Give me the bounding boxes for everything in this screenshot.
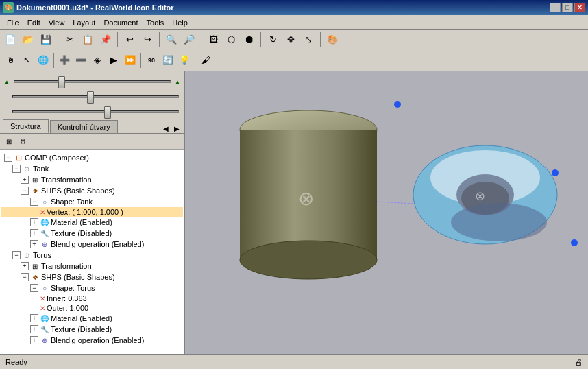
tab-prev-button[interactable]: ◀ [161, 124, 171, 133]
torus-texture-expand[interactable]: + [30, 325, 38, 333]
tb2-add[interactable]: ➕ [57, 53, 72, 68]
tree-comp[interactable]: − ⊞ COMP (Composer) [1, 152, 183, 163]
torus-shape-expand[interactable]: − [30, 284, 38, 292]
tree-tank-vertex[interactable]: ✕ Vertex: ( 1.000, 1.000 ) [1, 207, 183, 217]
tb2-globe[interactable]: 🌐 [36, 53, 51, 68]
sep-5 [260, 32, 261, 47]
tb-paste[interactable]: 📌 [98, 32, 113, 47]
slider-1-right-arrow[interactable]: ▲ [173, 78, 182, 86]
tb2-paint[interactable]: 🖌 [198, 53, 213, 68]
tank-transform-expand[interactable]: + [21, 176, 29, 184]
tank-shape-expand[interactable]: − [30, 198, 38, 206]
minimize-button[interactable]: – [550, 3, 561, 12]
menu-file[interactable]: File [3, 17, 23, 28]
slider-1-left-arrow[interactable]: ▲ [3, 78, 11, 86]
tree-torus-shape[interactable]: − ○ Shape: Torus [1, 283, 183, 294]
tb-zoom-out[interactable]: 🔎 [182, 32, 197, 47]
tree-tank-material[interactable]: + 🌐 Material (Enabled) [1, 217, 183, 228]
tab-kontrolni[interactable]: Kontrolní útvary [50, 120, 118, 133]
tree-tank[interactable]: − ⊙ Tank [1, 163, 183, 174]
slider-thumb-1[interactable] [58, 76, 65, 88]
torus-transform-label: Transformation [41, 262, 92, 270]
tree-tb-settings[interactable]: ⚙ [16, 135, 29, 147]
menu-bar: File Edit View Layout Document Tools Hel… [0, 15, 588, 30]
tb-save[interactable]: 💾 [38, 32, 53, 47]
comp-expand[interactable]: − [4, 154, 12, 162]
tab-next-button[interactable]: ▶ [172, 124, 182, 133]
tb-copy[interactable]: 📋 [80, 32, 95, 47]
tree-torus-inner[interactable]: ✕ Inner: 0.363 [1, 294, 183, 303]
tree-tb-add[interactable]: ⊞ [3, 135, 15, 147]
tank-texture-expand[interactable]: + [30, 229, 38, 237]
tree-tank-shape[interactable]: − ○ Shape: Tank [1, 196, 183, 207]
tb2-shapes[interactable]: ◈ [90, 53, 105, 68]
torus-transform-expand[interactable]: + [21, 262, 29, 270]
torus-shps-icon: ❖ [30, 272, 40, 282]
torus-material-expand[interactable]: + [30, 314, 38, 322]
menu-help[interactable]: Help [168, 17, 192, 28]
tree-area[interactable]: − ⊞ COMP (Composer) − ⊙ Tank + ⊞ Transfo… [0, 150, 184, 354]
tank-material-expand[interactable]: + [30, 218, 38, 226]
tb-cut[interactable]: ✂ [62, 32, 77, 47]
tb-move[interactable]: ✥ [283, 32, 298, 47]
tree-tank-texture[interactable]: + 🔧 Texture (Disabled) [1, 228, 183, 239]
tb2-remove[interactable]: ➖ [73, 53, 88, 68]
menu-edit[interactable]: Edit [23, 17, 45, 28]
torus-icon: ⊙ [22, 250, 32, 260]
tb2-light[interactable]: 💡 [177, 53, 192, 68]
tb-wire[interactable]: ⬡ [223, 32, 238, 47]
torus-blend-expand[interactable]: + [30, 336, 38, 344]
app-icon: 🎨 [3, 2, 14, 13]
slider-thumb-3[interactable] [104, 106, 111, 119]
tb2-90[interactable]: 90 [144, 53, 159, 68]
tank-shps-expand[interactable]: − [21, 187, 29, 195]
tb2-anim2[interactable]: ⏩ [123, 53, 138, 68]
torus-shps-expand[interactable]: − [21, 273, 29, 281]
tree-torus-material[interactable]: + 🌐 Material (Enabled) [1, 313, 183, 324]
tree-tank-blend[interactable]: + ⊕ Blendig operation (Enabled) [1, 239, 183, 250]
menu-layout[interactable]: Layout [69, 17, 99, 28]
menu-document[interactable]: Document [99, 17, 142, 28]
tank-blend-expand[interactable]: + [30, 240, 38, 248]
close-button[interactable]: ✕ [574, 3, 585, 12]
tb2-spin[interactable]: 🔄 [160, 53, 175, 68]
tb-rotate[interactable]: ↻ [265, 32, 280, 47]
slider-track-3[interactable] [12, 110, 179, 113]
vertex-cross-icon: ✕ [40, 209, 45, 216]
tank-texture-label: Texture (Disabled) [51, 229, 112, 237]
slider-track-2[interactable] [12, 95, 179, 98]
tb2-select[interactable]: 🖱 [3, 53, 18, 68]
tb-open[interactable]: 📂 [21, 32, 36, 47]
status-bar: Ready 🖨 [0, 354, 588, 369]
tb2-anim[interactable]: ▶ [106, 53, 121, 68]
torus-expand[interactable]: − [12, 251, 21, 259]
menu-view[interactable]: View [45, 17, 69, 28]
tb-zoom-in[interactable]: 🔍 [164, 32, 179, 47]
tree-torus[interactable]: − ⊙ Torus [1, 250, 183, 261]
tree-tank-shps[interactable]: − ❖ SHPS (Basic Shapes) [1, 185, 183, 196]
tb-undo[interactable]: ↩ [122, 32, 137, 47]
toolbar-2: 🖱 ↖ 🌐 ➕ ➖ ◈ ▶ ⏩ 90 🔄 💡 🖌 [0, 49, 588, 71]
tb-scale[interactable]: ⤡ [301, 32, 316, 47]
inner-cross-icon: ✕ [40, 295, 45, 302]
tab-struktura[interactable]: Struktura [3, 119, 49, 133]
slider-thumb-2[interactable] [87, 91, 94, 104]
canvas-area[interactable]: ⊗ [185, 71, 588, 354]
tree-torus-transformation[interactable]: + ⊞ Transformation [1, 261, 183, 272]
tree-torus-texture[interactable]: + 🔧 Texture (Disabled) [1, 324, 183, 335]
tb-render[interactable]: 🖼 [206, 32, 221, 47]
maximize-button[interactable]: □ [562, 3, 573, 12]
menu-tools[interactable]: Tools [143, 17, 169, 28]
tb-color[interactable]: 🎨 [325, 32, 340, 47]
slider-track-1[interactable] [14, 80, 171, 83]
tank-expand[interactable]: − [12, 165, 21, 173]
tb-solid[interactable]: ⬢ [241, 32, 256, 47]
tree-torus-outer[interactable]: ✕ Outer: 1.000 [1, 303, 183, 313]
tree-torus-blend[interactable]: + ⊕ Blendig operation (Enabled) [1, 335, 183, 346]
title-bar: 🎨 Dokument0001.u3d* - RealWorld Icon Edi… [0, 0, 588, 15]
tree-tank-transformation[interactable]: + ⊞ Transformation [1, 174, 183, 185]
tb-new[interactable]: 📄 [3, 32, 18, 47]
tb-redo[interactable]: ↪ [140, 32, 155, 47]
tree-torus-shps[interactable]: − ❖ SHPS (Basic Shapes) [1, 272, 183, 283]
tb2-pointer[interactable]: ↖ [19, 53, 34, 68]
